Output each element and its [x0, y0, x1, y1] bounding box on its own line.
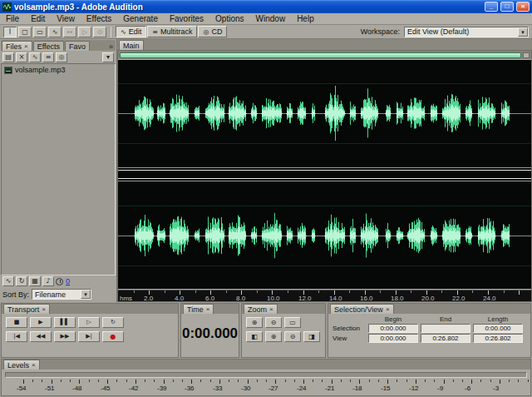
- move-tool-button[interactable]: ↔: [63, 27, 76, 37]
- workspace-value: Edit View (Default): [405, 27, 518, 36]
- ibeam-tool-button[interactable]: I: [3, 27, 17, 37]
- minimize-button[interactable]: _: [485, 2, 498, 12]
- zoom-in-vertical-button[interactable]: ⊕: [265, 331, 282, 342]
- file-item-volsample[interactable]: volsample.mp3: [2, 64, 115, 76]
- scrub-tool-button[interactable]: ▷: [78, 27, 91, 37]
- menu-help[interactable]: Help: [291, 13, 320, 24]
- db-tick: [369, 380, 370, 382]
- view-edit-button[interactable]: ∿Edit: [116, 26, 146, 37]
- zoom-full-button[interactable]: ▭: [284, 317, 301, 328]
- transport-stop-button[interactable]: ■: [6, 317, 27, 328]
- transport-rewind-button[interactable]: ◀◀: [30, 331, 52, 342]
- db-tick: [182, 380, 183, 382]
- file-name: volsample.mp3: [15, 66, 66, 74]
- zoom-out-vertical-button[interactable]: ⊖: [284, 331, 301, 342]
- waveform-editor: hms 2.04.06.08.010.012.014.016.018.020.0…: [117, 50, 532, 302]
- view-multitrack-button[interactable]: ≡Multitrack: [147, 26, 197, 37]
- tab-files[interactable]: Files×: [2, 41, 32, 51]
- sort-by-select[interactable]: Filename ▼: [32, 289, 91, 300]
- zoom-in-horizontal-button[interactable]: ⊕: [246, 317, 263, 328]
- close-icon[interactable]: ×: [269, 306, 273, 313]
- waveform-display[interactable]: [118, 59, 531, 290]
- advanced-options-button[interactable]: ▾: [102, 52, 114, 62]
- db-label: -42: [129, 385, 139, 392]
- tab-transport[interactable]: Transport ×: [3, 304, 50, 314]
- view-cd-button[interactable]: ◎CD: [198, 26, 227, 37]
- show-loop-files-button[interactable]: ↻: [16, 276, 27, 286]
- column-header-end: End: [421, 315, 470, 323]
- menu-window[interactable]: Window: [250, 13, 292, 24]
- lasso-tool-button[interactable]: ∿: [48, 27, 62, 37]
- transport-play-from-cursor-button[interactable]: ▷: [78, 317, 100, 328]
- horizontal-scrollbar-thumb[interactable]: [120, 52, 521, 58]
- zoom-controls: ⊕⊖▭◧⊕⊖◨: [242, 317, 325, 342]
- tab-main[interactable]: Main: [119, 40, 144, 50]
- view-begin-value: 0:00.000: [368, 334, 418, 343]
- show-audio-files-button[interactable]: ∿: [2, 276, 14, 286]
- close-button[interactable]: ×: [516, 2, 530, 12]
- tab-effects[interactable]: Effects: [33, 41, 64, 51]
- zoom-to-right-edge-button[interactable]: ◨: [303, 331, 320, 342]
- maximize-button[interactable]: □: [500, 2, 514, 12]
- close-icon[interactable]: ×: [206, 306, 210, 313]
- db-label: -27: [268, 385, 278, 392]
- scrollbar-options-button[interactable]: [523, 52, 530, 58]
- selection-view-panel-header: Selection/View ×: [328, 304, 530, 314]
- transport-play-button[interactable]: ▶: [30, 317, 52, 328]
- close-icon[interactable]: ×: [32, 362, 36, 369]
- db-tick: [397, 380, 397, 382]
- files-panel: Files×EffectsFavo» ▤×∿≡◎▾ volsample.mp3 …: [0, 39, 117, 302]
- view-cd-label: CD: [211, 27, 222, 36]
- menu-edit[interactable]: Edit: [25, 13, 51, 24]
- transport-go-to-end-button[interactable]: ▶|: [78, 331, 100, 342]
- close-icon[interactable]: ×: [386, 306, 390, 313]
- transport-fast-forward-button[interactable]: ▶▶: [54, 331, 76, 342]
- tab-favo[interactable]: Favo: [65, 41, 90, 51]
- insert-into-cd-button[interactable]: ◎: [56, 52, 67, 62]
- time-selection-tool-button[interactable]: ▢: [18, 27, 32, 37]
- menu-view[interactable]: View: [51, 13, 81, 24]
- db-tick: [89, 380, 90, 382]
- db-tick: [248, 380, 249, 384]
- zoom-to-left-edge-button[interactable]: ◧: [246, 331, 263, 342]
- tab-levels[interactable]: Levels ×: [3, 360, 40, 370]
- menu-effects[interactable]: Effects: [81, 13, 117, 24]
- import-file-button[interactable]: ▤: [2, 52, 14, 62]
- transport-play-looped-button[interactable]: ↻: [102, 317, 124, 328]
- transport-go-to-beginning-button[interactable]: |◀: [6, 331, 27, 342]
- tab-time[interactable]: Time ×: [183, 304, 214, 314]
- view-switch-group: ∿Edit≡Multitrack◎CD: [116, 26, 227, 37]
- zoom-tool-button[interactable]: ⊙: [93, 27, 106, 37]
- overflow-chevron-icon[interactable]: »: [106, 42, 116, 51]
- close-icon[interactable]: ×: [42, 306, 46, 313]
- close-icon[interactable]: ×: [24, 43, 28, 50]
- time-ruler[interactable]: hms 2.04.06.08.010.012.014.016.018.020.0…: [118, 290, 531, 301]
- transport-pause-button[interactable]: ▌▌: [54, 317, 76, 328]
- selection-length-value: 0:00.000: [473, 324, 523, 333]
- menu-favorites[interactable]: Favorites: [164, 13, 209, 24]
- tab-zoom[interactable]: Zoom ×: [244, 304, 278, 314]
- insert-into-multitrack-button[interactable]: ≡: [42, 52, 54, 62]
- chevron-down-icon[interactable]: ▼: [518, 27, 528, 37]
- tab-selection-view[interactable]: Selection/View ×: [330, 304, 394, 314]
- db-label: -15: [381, 385, 391, 392]
- db-tick: [341, 380, 342, 382]
- menu-generate[interactable]: Generate: [117, 13, 164, 24]
- transport-record-button[interactable]: ●: [102, 331, 124, 342]
- ruler-tick-label: 14.0: [329, 295, 342, 301]
- menu-options[interactable]: Options: [209, 13, 249, 24]
- menu-file[interactable]: File: [0, 13, 25, 24]
- db-tick: [313, 380, 313, 382]
- level-meter[interactable]: [5, 372, 527, 378]
- marquee-tool-button[interactable]: ▭: [33, 27, 47, 37]
- time-display: 0:00.000: [181, 325, 239, 342]
- horizontal-scrollbar[interactable]: [118, 51, 531, 59]
- chevron-down-icon[interactable]: ▼: [81, 290, 91, 299]
- db-label: -9: [437, 385, 443, 392]
- close-file-button[interactable]: ×: [16, 52, 27, 62]
- show-video-files-button[interactable]: ▦: [29, 276, 41, 286]
- workspace-select[interactable]: Edit View (Default) ▼: [404, 27, 529, 37]
- show-midi-files-button[interactable]: ♪: [42, 276, 54, 286]
- edit-file-button[interactable]: ∿: [29, 52, 41, 62]
- zoom-out-horizontal-button[interactable]: ⊖: [265, 317, 282, 328]
